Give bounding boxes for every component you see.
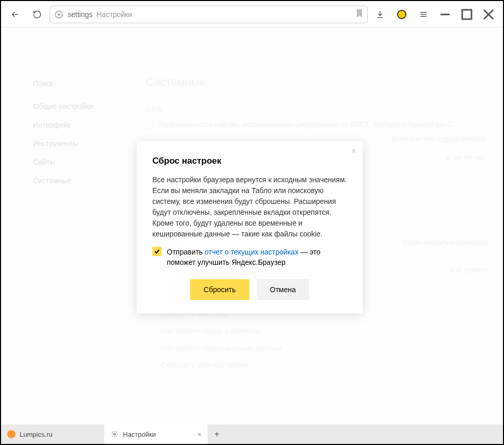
send-report-link[interactable]: отчет о текущих настройках	[204, 248, 298, 256]
sidebar-item-system[interactable]: Системные	[27, 171, 115, 190]
page-title: Системные	[146, 75, 487, 89]
tab-lumpics[interactable]: Lumpics.ru	[1, 424, 104, 444]
checkbox-checked-icon	[152, 247, 162, 256]
reset-button[interactable]: Сбросить	[190, 279, 249, 300]
dialog-title: Сброс настроек	[152, 156, 347, 166]
svg-point-1	[58, 13, 60, 15]
option-gost[interactable]: Подключаться к сайтам, использующим шифр…	[146, 120, 487, 129]
reset-settings-dialog: × Сброс настроек Все настройки браузера …	[137, 141, 363, 313]
menu-button[interactable]	[414, 5, 433, 24]
section-network: Сеть	[146, 104, 487, 113]
dialog-close-button[interactable]: ×	[351, 146, 356, 156]
tab-strip: Lumpics.ru Настройки × +	[1, 424, 503, 444]
sidebar-item-sites[interactable]: Сайты	[27, 153, 115, 171]
tab-close-button[interactable]: ×	[197, 431, 201, 438]
sidebar-search[interactable]: Поиск	[27, 75, 115, 97]
option-label: Подключаться к сайтам, использующим шифр…	[159, 120, 452, 129]
tab-label: Lumpics.ru	[20, 431, 53, 438]
option-tail: после закрытия браузера	[402, 238, 487, 246]
svg-point-3	[114, 433, 116, 435]
reload-button[interactable]	[28, 5, 46, 24]
address-bar[interactable]: settings Настройки	[50, 6, 368, 23]
address-prefix: settings	[68, 10, 92, 19]
cancel-button[interactable]: Отмена	[257, 279, 309, 300]
tab-settings[interactable]: Настройки ×	[104, 424, 208, 444]
send-report-label: Отправить отчет о текущих настройках — э…	[167, 247, 347, 268]
extension-icon[interactable]	[392, 5, 411, 24]
browser-toolbar: settings Настройки	[1, 1, 503, 28]
new-tab-button[interactable]: +	[208, 424, 226, 444]
favicon-icon	[7, 430, 15, 438]
send-report-checkbox[interactable]: Отправить отчет о текущих настройках — э…	[152, 247, 347, 268]
close-window-button[interactable]	[479, 5, 498, 24]
link-personal-data[interactable]: Настройки персональных данных	[161, 339, 487, 356]
send-prefix: Отправить	[167, 248, 204, 256]
link-reset-all[interactable]: Сбросить все настройки	[161, 356, 487, 373]
sidebar-item-tools[interactable]: Инструменты	[27, 134, 115, 153]
minimize-button[interactable]	[436, 5, 454, 24]
dialog-actions: Сбросить Отмена	[152, 279, 347, 300]
link-list: Очистить историю Настройки языка и регио…	[161, 305, 487, 373]
svg-rect-2	[462, 10, 471, 19]
checkbox-icon	[146, 120, 154, 129]
sidebar-item-interface[interactable]: Интерфейс	[27, 116, 115, 134]
maximize-button[interactable]	[458, 5, 476, 24]
address-title: Настройки	[97, 10, 132, 19]
sidebar-item-general[interactable]: Общие настройки	[27, 97, 115, 116]
back-button[interactable]	[6, 5, 25, 24]
downloads-button[interactable]	[371, 5, 389, 24]
option-tail: ной памяти	[449, 266, 487, 274]
tab-label: Настройки	[123, 431, 156, 438]
sidebar: Поиск Общие настройки Интерфейс Инструме…	[27, 75, 115, 190]
dialog-body: Все настройки браузера вернутся к исходн…	[152, 174, 347, 240]
yandex-icon	[54, 10, 64, 19]
link-language[interactable]: Настройки языка и региона	[161, 322, 487, 339]
gear-icon	[111, 430, 119, 438]
below-dialog: после закрытия браузера ной памяти Очист…	[161, 313, 487, 373]
bookmark-icon[interactable]	[356, 9, 363, 20]
